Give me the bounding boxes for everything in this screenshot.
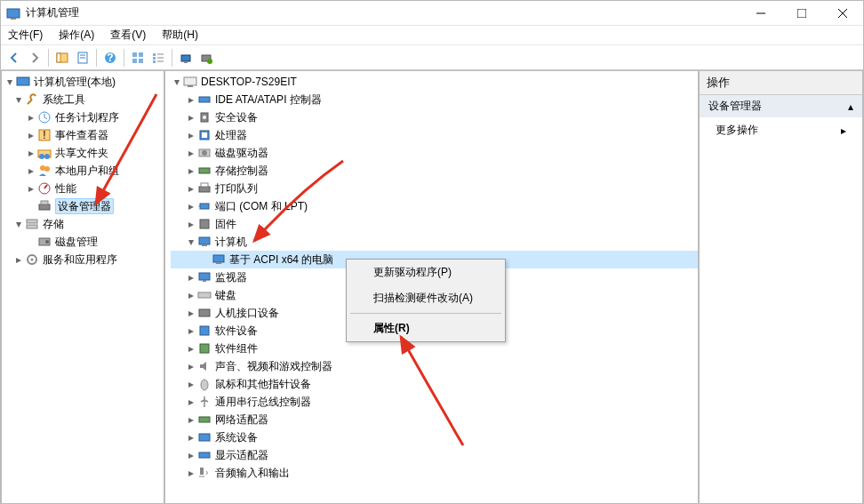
device-node-storage-ctrl[interactable]: ▸存储控制器 [171, 162, 698, 180]
chevron-down-icon[interactable]: ▾ [171, 76, 183, 88]
tree-node-device-manager[interactable]: 设备管理器 [4, 197, 164, 215]
chevron-down-icon[interactable]: ▾ [12, 93, 25, 106]
svg-rect-59 [200, 220, 209, 228]
device-node-cpu[interactable]: ▸处理器 [171, 126, 698, 144]
device-node-print-queue[interactable]: ▸打印队列 [171, 180, 698, 197]
chevron-right-icon[interactable]: ▸ [185, 164, 197, 177]
tile-button[interactable] [128, 48, 148, 68]
actions-more[interactable]: 更多操作 ▸ [700, 117, 862, 143]
svg-rect-13 [132, 52, 137, 57]
chevron-right-icon[interactable]: ▸ [185, 289, 197, 301]
context-menu-scan-hardware[interactable]: 扫描检测硬件改动(A) [347, 285, 505, 311]
tree-node-services-apps[interactable]: ▸ 服务和应用程序 [4, 251, 164, 268]
tree-node-storage[interactable]: ▾ 存储 [4, 215, 164, 233]
device-node-firmware[interactable]: ▸固件 [171, 215, 698, 233]
close-button[interactable] [822, 1, 863, 26]
svg-point-49 [203, 116, 206, 119]
minimize-button[interactable] [740, 1, 781, 26]
chevron-right-icon[interactable]: ▸ [185, 467, 197, 479]
menu-action[interactable]: 操作(A) [55, 26, 98, 44]
tree-node-performance[interactable]: ▸ 性能 [4, 180, 164, 197]
chevron-right-icon[interactable]: ▸ [185, 378, 197, 390]
properties-button[interactable] [73, 48, 92, 68]
device-node-computer[interactable]: ▾计算机 [171, 233, 698, 251]
back-button[interactable] [4, 48, 24, 68]
chevron-right-icon[interactable]: ▸ [25, 182, 37, 195]
chevron-right-icon[interactable]: ▸ [185, 307, 197, 319]
menu-help[interactable]: 帮助(H) [158, 26, 202, 44]
chevron-right-icon[interactable]: ▸ [12, 253, 25, 266]
device-node-root[interactable]: ▾ DESKTOP-7S29EIT [171, 73, 698, 91]
tree-node-task-scheduler[interactable]: ▸ 任务计划程序 [4, 108, 164, 126]
chevron-right-icon[interactable]: ▸ [185, 413, 197, 426]
chevron-right-icon[interactable]: ▸ [185, 360, 197, 372]
chevron-right-icon[interactable]: ▸ [185, 200, 197, 212]
scan-hardware-button[interactable] [176, 48, 196, 68]
chevron-right-icon[interactable]: ▸ [25, 111, 37, 124]
svg-rect-21 [153, 60, 156, 63]
device-properties-button[interactable] [196, 48, 216, 68]
chevron-down-icon[interactable]: ▾ [4, 76, 16, 88]
device-node-software-comp[interactable]: ▸软件组件 [171, 340, 698, 357]
cpu-icon [197, 128, 212, 142]
tree-label: 任务计划程序 [55, 110, 119, 125]
device-node-audio-io[interactable]: ▸音频输入和输出 [171, 464, 698, 482]
chevron-right-icon[interactable]: ▸ [185, 342, 197, 355]
device-node-usb[interactable]: ▸通用串行总线控制器 [171, 393, 698, 411]
tree-node-root[interactable]: ▾ 计算机管理(本地) [4, 73, 164, 91]
svg-rect-15 [132, 59, 137, 63]
forward-button[interactable] [25, 48, 44, 68]
chevron-right-icon[interactable]: ▸ [185, 271, 197, 284]
svg-rect-63 [216, 262, 221, 264]
tree-node-shared-folders[interactable]: ▸ 共享文件夹 [4, 144, 164, 162]
chevron-right-icon[interactable]: ▸ [185, 182, 197, 195]
help-button[interactable]: ? [100, 48, 120, 68]
menu-file[interactable]: 文件(F) [4, 26, 46, 44]
chevron-right-icon[interactable]: ▸ [185, 431, 197, 444]
tree-node-local-users[interactable]: ▸ 本地用户和组 [4, 162, 164, 180]
collapse-icon[interactable]: ▴ [848, 100, 853, 113]
actions-pane: 操作 设备管理器 ▴ 更多操作 ▸ [699, 70, 863, 504]
device-node-ide[interactable]: ▸IDE ATA/ATAPI 控制器 [171, 91, 698, 108]
chevron-right-icon[interactable]: ▸ [25, 164, 37, 177]
tree-node-event-viewer[interactable]: ▸ ! 事件查看器 [4, 126, 164, 144]
maximize-button[interactable] [781, 1, 822, 26]
chevron-right-icon[interactable]: ▸ [185, 218, 197, 230]
chevron-down-icon[interactable]: ▾ [185, 236, 197, 248]
device-node-mouse[interactable]: ▸鼠标和其他指针设备 [171, 375, 698, 393]
context-menu-update-driver[interactable]: 更新驱动程序(P) [347, 260, 505, 285]
show-hide-tree-button[interactable] [52, 48, 72, 68]
context-menu-properties[interactable]: 属性(R) [347, 316, 505, 341]
shared-folders-icon [37, 146, 52, 160]
mouse-icon [197, 377, 212, 391]
chevron-right-icon[interactable]: ▸ [185, 396, 197, 408]
tree-label: 磁盘驱动器 [215, 146, 268, 161]
tree-label: 显示适配器 [215, 448, 268, 463]
chevron-right-icon[interactable]: ▸ [185, 324, 197, 337]
chevron-right-icon[interactable]: ▸ [25, 147, 37, 159]
device-node-network[interactable]: ▸网络适配器 [171, 411, 698, 428]
device-node-sound[interactable]: ▸声音、视频和游戏控制器 [171, 357, 698, 375]
chevron-right-icon[interactable]: ▸ [185, 129, 197, 141]
chevron-right-icon[interactable]: ▸ [185, 147, 197, 159]
tree-label: 基于 ACPI x64 的电脑 [229, 252, 333, 268]
device-node-disk-drives[interactable]: ▸磁盘驱动器 [171, 144, 698, 162]
list-button[interactable] [148, 48, 168, 68]
chevron-right-icon[interactable]: ▸ [185, 449, 197, 461]
console-tree[interactable]: ▾ 计算机管理(本地) ▾ 系统工具 ▸ 任务计划程序 ▸ ! 事件查看器 ▸ [2, 71, 164, 270]
device-node-display[interactable]: ▸显示适配器 [171, 446, 698, 464]
chevron-right-icon[interactable]: ▸ [185, 93, 197, 106]
chevron-right-icon[interactable]: ▸ [185, 111, 197, 124]
chevron-right-icon[interactable]: ▸ [25, 129, 37, 141]
device-node-system-dev[interactable]: ▸系统设备 [171, 428, 698, 446]
device-node-ports[interactable]: ▸端口 (COM 和 LPT) [171, 197, 698, 215]
actions-header: 操作 [700, 71, 862, 95]
device-node-security[interactable]: ▸安全设备 [171, 108, 698, 126]
titlebar: 计算机管理 [1, 1, 863, 26]
menu-view[interactable]: 查看(V) [107, 26, 149, 44]
actions-section[interactable]: 设备管理器 ▴ [700, 95, 862, 117]
chevron-down-icon[interactable]: ▾ [12, 218, 25, 230]
tree-node-disk-management[interactable]: 磁盘管理 [4, 233, 164, 251]
event-viewer-icon: ! [37, 128, 52, 142]
tree-node-system-tools[interactable]: ▾ 系统工具 [4, 91, 164, 108]
